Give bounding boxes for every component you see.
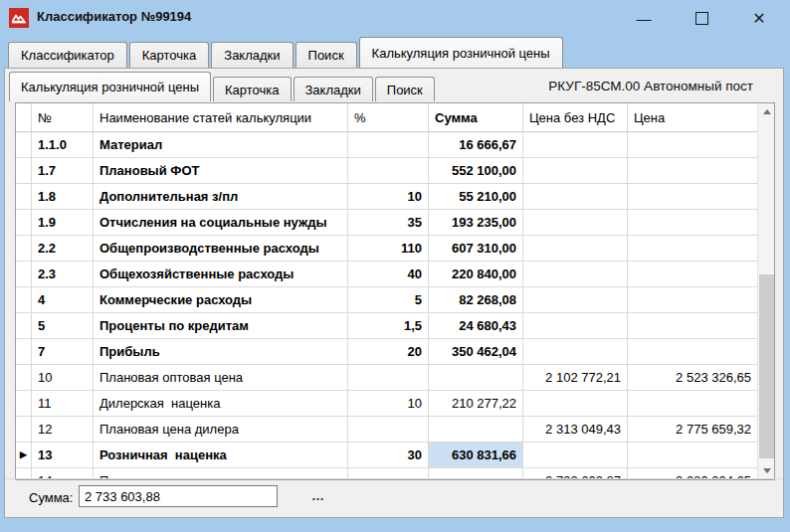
cell-price[interactable] [628,313,757,338]
cell-price[interactable] [628,132,757,157]
column-header[interactable]: Сумма [429,103,523,131]
cell-name[interactable]: Плановая цена дилера [94,417,348,442]
cell-sum[interactable]: 16 666,67 [429,132,523,157]
table-row[interactable]: 1.9Отчисления на социальные нужды35193 2… [16,210,774,236]
table-row[interactable]: ▶13Розничная наценка30630 831,66 [16,443,774,468]
cell-name[interactable]: Общепроизводственные расходы [94,236,348,261]
cell-sum[interactable]: 55 210,00 [429,184,523,209]
tab-классификатор[interactable]: Классификатор [8,42,127,68]
cell-num[interactable]: 5 [32,313,94,338]
tab-закладки[interactable]: Закладки [294,77,373,101]
tab-карточка[interactable]: Карточка [129,42,209,68]
cell-num[interactable]: 11 [32,391,94,416]
cell-price_no_vat[interactable] [523,132,628,157]
cell-name[interactable]: Плановая оптовая цена [94,365,348,390]
cell-name[interactable]: Плановый ФОТ [94,158,348,183]
cell-price[interactable]: 2 523 326,65 [628,365,757,390]
cell-pct[interactable] [348,365,429,390]
cell-name[interactable]: Общехозяйственные расходы [94,262,348,286]
cell-sum[interactable]: 193 235,00 [429,210,523,235]
table-row[interactable]: 1.7Плановый ФОТ552 100,00 [16,158,774,184]
cell-pct[interactable] [348,132,429,157]
cell-sum[interactable]: 24 680,43 [429,313,523,338]
cell-name[interactable]: Дополнительная з/пл [94,184,348,209]
tab-поиск[interactable]: Поиск [296,42,357,68]
cell-num[interactable]: 1.1.0 [32,132,94,157]
cell-sum[interactable]: 607 310,00 [429,236,523,261]
column-header[interactable]: № [32,103,94,131]
column-header[interactable]: Наименование статей калькуляции [94,103,348,131]
cell-name[interactable]: Отчисления на социальные нужды [94,210,348,235]
cell-sum[interactable]: 552 100,00 [429,158,523,183]
cell-num[interactable]: 12 [32,417,94,442]
scroll-down-button[interactable] [758,462,775,479]
cell-price[interactable] [628,443,757,467]
cell-num[interactable]: 13 [32,443,94,467]
cell-price_no_vat[interactable]: 2 313 049,43 [523,417,628,442]
column-header[interactable]: % [348,103,429,131]
cell-price_no_vat[interactable] [523,210,628,235]
tab-закладки[interactable]: Закладки [211,42,293,68]
tab-поиск[interactable]: Поиск [375,77,435,101]
table-row[interactable]: 1.1.0Материал16 666,67 [16,132,774,158]
table-row[interactable]: 1.8Дополнительная з/пл1055 210,00 [16,184,774,210]
cell-price[interactable] [628,184,757,209]
cell-pct[interactable]: 1,5 [348,313,429,338]
cell-sum[interactable]: 350 462,04 [429,339,523,364]
cell-sum[interactable]: 210 277,22 [429,391,523,416]
table-row[interactable]: 2.2Общепроизводственные расходы110607 31… [16,236,774,262]
cell-price[interactable] [628,391,757,416]
cell-pct[interactable] [348,158,429,183]
cell-price[interactable] [628,236,757,261]
vertical-scrollbar[interactable] [757,103,774,479]
cell-pct[interactable]: 10 [348,391,429,416]
table-row[interactable]: 7Прибыль20350 462,04 [16,339,774,365]
cell-pct[interactable]: 40 [348,262,429,286]
column-header[interactable]: Цена без НДС [523,103,628,131]
cell-price_no_vat[interactable] [523,443,628,467]
cell-pct[interactable]: 20 [348,339,429,364]
cell-num[interactable]: 2.3 [32,262,94,286]
cell-pct[interactable]: 10 [348,184,429,209]
tab-калькуляция-розничной-цены[interactable]: Калькуляция розничной цены [9,72,211,101]
cell-num[interactable]: 7 [32,339,94,364]
more-button[interactable]: … [311,488,325,503]
cell-num[interactable]: 4 [32,287,94,312]
cell-price[interactable] [628,339,757,364]
cell-num[interactable]: 2.2 [32,236,94,261]
cell-price_no_vat[interactable] [523,158,628,183]
cell-sum[interactable]: 82 268,08 [429,287,523,312]
table-row[interactable]: 11Дилерская наценка10210 277,22 [16,391,774,417]
cell-price_no_vat[interactable] [523,236,628,261]
cell-name[interactable]: Материал [94,132,348,157]
cell-price_no_vat[interactable] [523,287,628,312]
table-row[interactable]: 10Плановая оптовая цена2 102 772,212 523… [16,365,774,391]
cell-price_no_vat[interactable] [523,262,628,286]
cell-price[interactable] [628,158,757,183]
cell-pct[interactable]: 30 [348,443,429,467]
cell-name[interactable]: Проценты по кредитам [94,313,348,338]
scrollbar-thumb[interactable] [759,274,774,458]
cell-price[interactable] [628,210,757,235]
cell-name[interactable]: Прибыль [94,339,348,364]
table-row[interactable]: 4Коммерческие расходы582 268,08 [16,287,774,313]
cell-num[interactable]: 1.8 [32,184,94,209]
cell-sum[interactable]: 630 831,66 [429,443,523,467]
cell-sum[interactable]: 220 840,00 [429,262,523,286]
table-row[interactable]: 5Проценты по кредитам1,524 680,43 [16,313,774,339]
cell-num[interactable]: 1.9 [32,210,94,235]
tab-калькуляция-розничной-цены[interactable]: Калькуляция розничной цены [359,37,563,68]
cell-price_no_vat[interactable]: 2 102 772,21 [523,365,628,390]
cell-price_no_vat[interactable] [523,391,628,416]
cell-sum[interactable] [429,365,523,390]
sum-input[interactable] [79,485,278,507]
minimize-button[interactable]: — [621,0,667,36]
cell-price_no_vat[interactable] [523,339,628,364]
cell-pct[interactable]: 110 [348,236,429,261]
scroll-up-button[interactable] [758,103,775,120]
maximize-button[interactable] [679,0,724,36]
cell-price[interactable]: 2 775 659,32 [628,417,757,442]
cell-price[interactable] [628,287,757,312]
cell-pct[interactable] [348,417,429,442]
cell-price_no_vat[interactable] [523,313,628,338]
